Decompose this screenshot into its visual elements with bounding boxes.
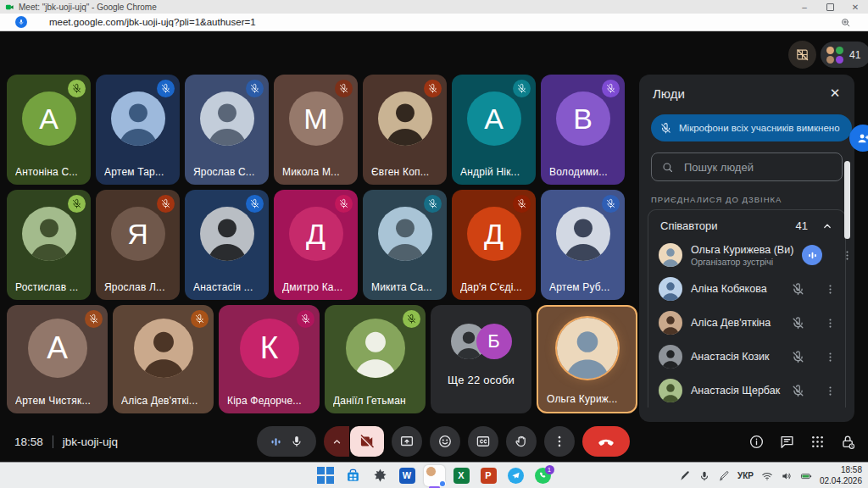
- mute-all-status-button[interactable]: Мікрофони всіх учасників вимкнено: [651, 114, 852, 141]
- window-close-button[interactable]: ✕: [843, 0, 868, 14]
- participant-tile[interactable]: Аліса Дев'яткі...: [113, 305, 214, 413]
- taskbar-app-store[interactable]: [342, 465, 364, 486]
- participant-tile[interactable]: Даніїл Гетьман: [325, 305, 426, 413]
- more-options-icon[interactable]: [841, 249, 854, 262]
- page-zoom-icon[interactable]: [840, 17, 851, 28]
- letter-avatar: К: [240, 319, 299, 378]
- microsoft-store-icon: [345, 468, 361, 484]
- more-options-icon[interactable]: [824, 385, 837, 397]
- more-options-button[interactable]: [544, 426, 575, 457]
- participant-tile[interactable]: ЯЯрослав Л...: [96, 190, 180, 300]
- taskbar-app-excel[interactable]: X: [451, 465, 472, 486]
- end-call-button[interactable]: [582, 426, 630, 457]
- window-minimize-button[interactable]: –: [792, 0, 817, 14]
- photo-avatar: [111, 92, 165, 146]
- photo-avatar: [200, 207, 254, 261]
- captions-button[interactable]: [468, 426, 498, 457]
- people-list-item[interactable]: Анастасія Щербак: [648, 374, 845, 408]
- raise-hand-button[interactable]: [506, 426, 537, 457]
- participant-tile[interactable]: Артем Тар...: [96, 75, 180, 185]
- tray-time: 18:58: [820, 465, 862, 476]
- volume-icon[interactable]: [781, 470, 793, 482]
- host-controls-button[interactable]: [840, 434, 856, 450]
- participant-tile[interactable]: Ростислав ...: [7, 190, 91, 300]
- letter-avatar: Д: [467, 207, 521, 261]
- meeting-details-button[interactable]: [748, 434, 765, 450]
- more-options-icon[interactable]: [824, 317, 837, 330]
- participant-tile[interactable]: ВВолодими...: [541, 75, 625, 185]
- window-maximize-button[interactable]: [817, 0, 843, 14]
- tiled-layout-disabled-button[interactable]: [788, 41, 816, 69]
- participant-tile[interactable]: ДДар'я С'єді...: [452, 190, 536, 300]
- url-text[interactable]: meet.google.com/jbk-uoji-ujq?pli=1&authu…: [49, 17, 256, 27]
- participant-name: Артем Тар...: [104, 166, 164, 178]
- pen-icon[interactable]: [679, 470, 691, 482]
- close-icon[interactable]: ✕: [826, 84, 844, 103]
- cohosts-group: Співавтори 41 Ольга Курижева (Ви)Організ…: [648, 209, 846, 408]
- person-name: Аліса Дев'яткіна: [691, 317, 771, 329]
- end-call-icon: [597, 432, 615, 451]
- people-list-item[interactable]: Аліна Кобякова: [648, 272, 845, 306]
- taskbar-app-maple[interactable]: [370, 465, 391, 486]
- people-search-field[interactable]: [651, 152, 843, 181]
- mute-all-label: Мікрофони всіх учасників вимкнено: [679, 123, 840, 133]
- participant-tile[interactable]: Ярослав С...: [185, 75, 269, 185]
- language-indicator[interactable]: УКР: [737, 471, 754, 480]
- taskbar-app-start[interactable]: [315, 465, 337, 486]
- participant-tile[interactable]: Ольга Куриж...: [537, 305, 637, 413]
- avatar-area: [363, 190, 447, 278]
- wifi-icon[interactable]: [761, 470, 773, 482]
- people-list-item[interactable]: Ольга Курижева (Ви)Організатор зустрічі: [648, 238, 845, 272]
- taskbar-app-powerpoint[interactable]: P: [478, 465, 499, 486]
- participant-name: Антоніна С...: [15, 166, 78, 178]
- divider: [53, 435, 53, 448]
- participant-tile[interactable]: Микита Са...: [363, 190, 447, 300]
- camera-options-button[interactable]: [324, 426, 349, 457]
- reactions-button[interactable]: [430, 426, 460, 457]
- stylus-icon[interactable]: [718, 470, 730, 482]
- more-options-icon[interactable]: [824, 283, 837, 296]
- participants-count-button[interactable]: 41: [821, 42, 868, 68]
- participant-tile[interactable]: ДДмитро Ка...: [274, 190, 358, 300]
- panel-scrollbar[interactable]: [844, 161, 850, 239]
- people-search-input[interactable]: [682, 160, 830, 175]
- meet-favicon-icon: [5, 3, 14, 12]
- battery-icon[interactable]: [800, 470, 812, 482]
- participant-name: Кіра Федорче...: [227, 395, 302, 407]
- chevron-up-icon[interactable]: [821, 220, 833, 232]
- avatar: [659, 311, 682, 335]
- participant-tile[interactable]: Артем Руб...: [541, 190, 625, 300]
- avatar: [659, 243, 682, 267]
- participant-tile[interactable]: ААнтоніна С...: [7, 75, 91, 185]
- activities-apps-button[interactable]: [810, 434, 826, 450]
- people-list-item[interactable]: Аліса Дев'яткіна: [648, 306, 845, 340]
- clock-date[interactable]: 18:58 02.04.2026: [820, 465, 862, 486]
- people-list-item[interactable]: Анастасія Козик: [648, 340, 845, 374]
- overflow-tile[interactable]: БЩе 22 особи: [431, 305, 531, 413]
- participant-name: Дар'я С'єді...: [460, 281, 522, 293]
- tray-mic-icon[interactable]: [698, 470, 710, 482]
- participant-tile[interactable]: ААртем Чистяк...: [7, 305, 108, 413]
- participant-tile[interactable]: Анастасія ...: [185, 190, 269, 300]
- photo-avatar: [134, 319, 193, 378]
- browser-urlbar[interactable]: meet.google.com/jbk-uoji-ujq?pli=1&authu…: [0, 14, 868, 31]
- taskbar-app-whatsapp[interactable]: 1: [532, 465, 554, 486]
- tile-row: Ростислав ...ЯЯрослав Л...Анастасія ...Д…: [7, 190, 637, 300]
- camera-off-button[interactable]: [350, 426, 384, 457]
- taskbar-app-telegram[interactable]: [505, 465, 526, 486]
- participant-tile[interactable]: Євген Коп...: [363, 75, 447, 185]
- participant-tile[interactable]: ААндрій Нік...: [452, 75, 536, 185]
- taskbar-app-word[interactable]: W: [397, 465, 418, 486]
- person-name: Аліна Кобякова: [691, 283, 767, 295]
- participants-count: 41: [849, 49, 860, 61]
- participant-tile[interactable]: ККіра Федорче...: [219, 305, 320, 413]
- present-screen-button[interactable]: [392, 426, 422, 457]
- cohosts-group-header[interactable]: Співавтори 41: [648, 210, 845, 238]
- whatsapp-icon: 1: [535, 468, 551, 484]
- taskbar-app-chrome[interactable]: [424, 465, 445, 486]
- participant-tile[interactable]: ММикола М...: [274, 75, 358, 185]
- more-options-icon[interactable]: [824, 351, 837, 363]
- tab-mic-in-use-icon: [15, 16, 27, 28]
- chat-button[interactable]: [779, 434, 795, 450]
- microphone-button[interactable]: [257, 426, 316, 457]
